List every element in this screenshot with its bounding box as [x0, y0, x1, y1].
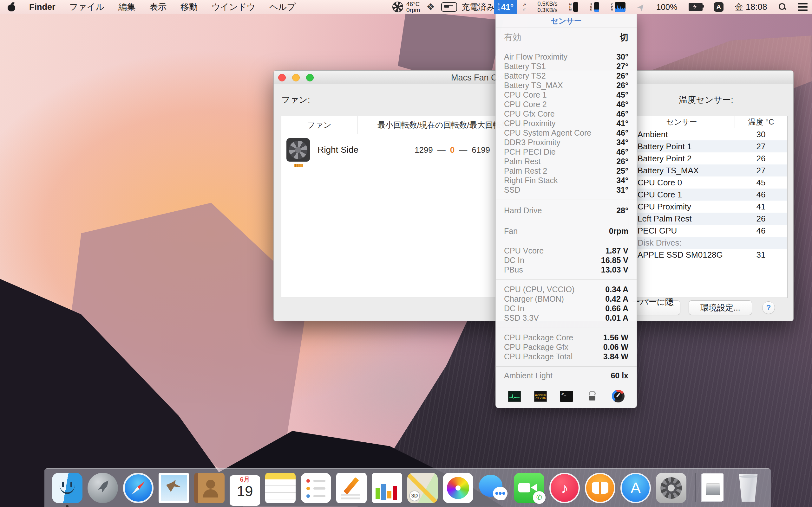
help-button[interactable]: ? — [762, 301, 775, 314]
dock-item-photos[interactable] — [443, 473, 473, 503]
temperature-sensor-row[interactable]: CPU System Agent Core 46° — [496, 128, 637, 137]
sensor-table-row[interactable]: Battery Point 1 27 — [629, 140, 787, 153]
fan-column-header[interactable]: ファン — [281, 116, 357, 134]
temp-column-header[interactable]: 温度 °C — [735, 117, 787, 127]
current-row[interactable]: DC In 0.66 A — [496, 303, 637, 313]
input-source-item[interactable]: A — [714, 2, 723, 12]
voltage-row[interactable]: CPU Vcore 1.87 V — [496, 246, 637, 256]
current-row[interactable]: CPU (CPU, VCCIO) 0.34 A — [496, 285, 637, 294]
dock-item-launchpad[interactable] — [88, 473, 118, 503]
voltage-row[interactable]: DC In 16.85 V — [496, 256, 637, 265]
temperature-sensor-row[interactable]: CPU Core 2 46° — [496, 100, 637, 109]
temperature-sensor-row[interactable]: PCH PECI Die 46° — [496, 147, 637, 157]
dock-item-contacts[interactable] — [194, 473, 224, 503]
menubar-clock[interactable]: 金 18:08 — [734, 1, 767, 13]
battery-status-item[interactable]: 充電済み — [441, 2, 495, 13]
dock-item-reminders[interactable] — [301, 473, 331, 503]
led-display-app-icon[interactable]: WARNIN AY 7:36 — [534, 391, 547, 402]
fan-row[interactable]: Fan 0rpm — [496, 221, 637, 241]
sensor-table-row[interactable]: CPU Core 1 46 — [629, 188, 787, 201]
dock-item-calendar[interactable]: 6月 19 — [230, 473, 260, 503]
dock-item-appstore[interactable]: A — [620, 473, 651, 503]
temperature-sensor-row[interactable]: CPU Core 1 45° — [496, 90, 637, 100]
ssd-gauge-item[interactable]: SSD — [590, 2, 599, 12]
temperature-sensor-list: Air Flow Proximity 30° Battery TS1 27° B… — [496, 47, 637, 200]
memory-gauge-item[interactable]: MEM — [569, 2, 578, 12]
sensor-menubar-temp: 41° — [501, 2, 513, 12]
temperature-sensor-row[interactable]: Right Fin Stack 34° — [496, 176, 637, 185]
voltage-row[interactable]: PBus 13.03 V — [496, 265, 637, 274]
sensors-menubar-item-active[interactable]: SEN 41° — [494, 0, 517, 14]
hard-drive-row[interactable]: Hard Drive 28° — [496, 200, 637, 221]
fan-status-item[interactable]: 46°C 0rpm — [392, 1, 420, 13]
temperature-sensor-row[interactable]: SSD 31° — [496, 185, 637, 194]
temperature-sensor-row[interactable]: Palm Rest 26° — [496, 157, 637, 166]
temperature-sensor-row[interactable]: CPU Gfx Core 46° — [496, 109, 637, 118]
dock-item-itunes[interactable]: ♪ — [549, 473, 580, 503]
ambient-light-row[interactable]: Ambient Light 60 lx — [496, 366, 637, 385]
dock-item-ibooks[interactable] — [585, 473, 615, 503]
sensor-table-row[interactable]: CPU Proximity 41 — [629, 201, 787, 213]
temperature-sensor-row[interactable]: Battery TS2 26° — [496, 71, 637, 80]
power-row[interactable]: CPU Package Gfx 0.06 W — [496, 342, 637, 352]
menubar-menu-item[interactable]: 編集 — [118, 1, 136, 13]
dock-item-messages[interactable] — [478, 473, 509, 503]
sensor-column-header[interactable]: センサー — [629, 116, 735, 128]
sensor-table-row[interactable]: Battery Point 2 26 — [629, 153, 787, 164]
temperature-sensor-row[interactable]: CPU Proximity 41° — [496, 118, 637, 128]
dock-item-numbers[interactable] — [372, 473, 402, 503]
dock-item-finder[interactable] — [52, 473, 83, 503]
menubar-menu-item[interactable]: 移動 — [181, 1, 198, 13]
temperature-sensor-row[interactable]: Battery TS_MAX 26° — [496, 80, 637, 90]
dock-item-facetime[interactable]: ✆ — [514, 473, 544, 503]
dock-item-safari[interactable] — [123, 473, 154, 503]
dock-item-documents-stack[interactable] — [698, 473, 728, 503]
sensor-table-row[interactable]: APPLE SSD SM0128G 31 — [629, 249, 787, 261]
dock-item-mail[interactable] — [159, 473, 189, 503]
dock-item-pages[interactable] — [336, 473, 367, 503]
sensor-table-row[interactable]: Disk Drives: — [629, 237, 787, 249]
sensor-table-row[interactable]: Left Palm Rest 26 — [629, 213, 787, 225]
sensor-table-row[interactable]: PECI GPU 46 — [629, 225, 787, 237]
current-row[interactable]: SSD 3.3V 0.01 A — [496, 313, 637, 323]
dock-item-notes[interactable] — [265, 473, 296, 503]
sync-status-icon[interactable]: ➤ — [634, 0, 648, 13]
temperature-sensor-row[interactable]: Air Flow Proximity 30° — [496, 52, 637, 61]
menubar-app-name[interactable]: Finder — [29, 2, 55, 12]
speedometer-app-icon[interactable] — [612, 390, 624, 402]
terminal-app-icon[interactable]: >_ — [560, 391, 573, 402]
current-row[interactable]: Charger (BMON) 0.42 A — [496, 294, 637, 303]
dock-separator[interactable] — [692, 473, 693, 503]
zoom-button[interactable] — [306, 74, 314, 81]
battery-percentage[interactable]: 100% — [656, 2, 677, 12]
chip-grabber-app-icon[interactable] — [586, 391, 599, 402]
sensor-table-row[interactable]: CPU Core 0 45 — [629, 176, 787, 188]
temperature-sensor-row[interactable]: Palm Rest 2 25° — [496, 166, 637, 176]
preferences-button[interactable]: 環境設定... — [689, 300, 752, 315]
dock-item-sysprefs[interactable] — [656, 473, 687, 503]
spotlight-search-icon[interactable] — [778, 3, 786, 11]
dropbox-icon[interactable]: ❖ — [426, 2, 435, 12]
menubar-menu-item[interactable]: ウインドウ — [212, 1, 255, 13]
power-row[interactable]: CPU Package Total 3.84 W — [496, 352, 637, 361]
battery-charging-icon[interactable] — [689, 3, 703, 11]
cpu-graph-item[interactable]: CPU — [610, 2, 625, 12]
temperature-sensor-row[interactable]: DDR3 Proximity 34° — [496, 137, 637, 147]
minimize-button[interactable] — [292, 74, 300, 81]
notification-center-icon[interactable] — [798, 3, 808, 11]
close-button[interactable] — [278, 74, 286, 81]
temperature-sensor-row[interactable]: Battery TS1 27° — [496, 61, 637, 71]
dock-item-maps[interactable]: 3D — [407, 473, 438, 503]
enabled-menu-item[interactable]: 有効 切 — [496, 27, 637, 47]
menubar-menu-item[interactable]: ファイル — [69, 1, 105, 13]
network-speed-item[interactable]: 0.5KB/s 0.3KB/s — [537, 1, 557, 13]
power-row[interactable]: CPU Package Core 1.56 W — [496, 333, 637, 342]
menubar-menu-item[interactable]: ヘルプ — [269, 1, 296, 13]
menubar-menu-item[interactable]: 表示 — [149, 1, 166, 13]
oscilloscope-app-icon[interactable] — [508, 391, 521, 402]
sensor-table-row[interactable]: Battery TS_MAX 27 — [629, 164, 787, 176]
apple-menu-icon[interactable] — [8, 3, 15, 11]
dock-item-trash[interactable] — [733, 473, 763, 503]
sensor-table-row[interactable]: Ambient 30 — [629, 128, 787, 140]
network-arrows-icon[interactable]: ↗ ↙ — [522, 3, 526, 11]
